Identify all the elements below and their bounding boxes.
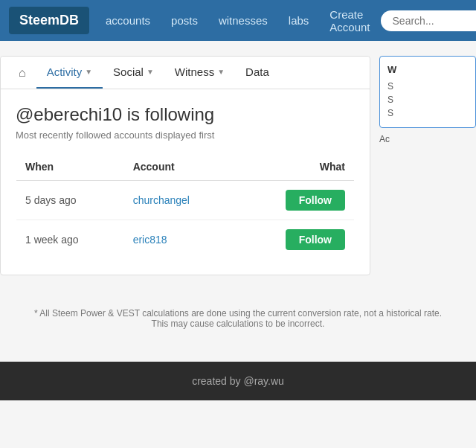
search-input[interactable]: [381, 10, 476, 31]
cell-what: Follow: [237, 181, 354, 220]
navbar-accounts[interactable]: accounts: [95, 8, 161, 33]
cell-when: 1 week ago: [16, 220, 124, 260]
right-panel-item-3: S: [387, 106, 468, 120]
follow-button[interactable]: Follow: [286, 229, 345, 250]
footer-note: * All Steem Power & VEST calculations ar…: [15, 290, 461, 347]
right-panel-bottom: Ac: [379, 134, 476, 144]
right-panel-item-2: S: [387, 93, 468, 106]
tab-witness[interactable]: Witness ▼: [164, 57, 235, 89]
tab-activity-arrow: ▼: [85, 68, 92, 76]
navbar-witnesses[interactable]: witnesses: [208, 8, 278, 33]
cell-account: eric818: [124, 220, 237, 260]
footer-credit: created by @ray.wu: [192, 375, 284, 387]
navbar-labs[interactable]: labs: [278, 8, 320, 33]
card-title: @eberechi10 is following: [16, 104, 355, 125]
tab-social-label: Social: [113, 65, 144, 78]
navbar: SteemDB accounts posts witnesses labs Cr…: [0, 0, 476, 41]
card-subtitle: Most recently followed accounts displaye…: [16, 129, 355, 141]
follow-button[interactable]: Follow: [286, 190, 345, 211]
card-body: @eberechi10 is following Most recently f…: [1, 89, 370, 275]
tab-social[interactable]: Social ▼: [103, 57, 164, 89]
tab-data[interactable]: Data: [235, 57, 280, 89]
tab-witness-arrow: ▼: [217, 68, 225, 76]
following-card: ⌂ Activity ▼ Social ▼ Witness ▼ Data @eb…: [0, 56, 370, 275]
table-row: 5 days ago churchangel Follow: [16, 181, 355, 220]
tab-home[interactable]: ⌂: [8, 57, 36, 89]
navbar-posts[interactable]: posts: [161, 8, 208, 33]
tab-activity-label: Activity: [47, 65, 83, 78]
right-card: W S S S: [379, 56, 476, 128]
cell-what: Follow: [237, 220, 354, 260]
tab-activity[interactable]: Activity ▼: [36, 57, 103, 89]
navbar-create-account[interactable]: Create Account: [319, 2, 380, 39]
cell-when: 5 days ago: [16, 181, 124, 220]
right-panel-item-1: S: [387, 80, 468, 93]
tab-data-label: Data: [245, 65, 269, 78]
account-link[interactable]: churchangel: [133, 194, 190, 206]
tab-witness-label: Witness: [175, 65, 214, 78]
right-panel-title: W: [387, 64, 468, 75]
col-what: What: [237, 153, 354, 181]
col-when: When: [16, 153, 124, 181]
tab-social-arrow: ▼: [147, 68, 154, 76]
account-link[interactable]: eric818: [133, 234, 167, 246]
footer-note-text: * All Steem Power & VEST calculations ar…: [34, 308, 442, 329]
tab-bar: ⌂ Activity ▼ Social ▼ Witness ▼ Data: [1, 57, 370, 89]
cell-account: churchangel: [124, 181, 237, 220]
col-account: Account: [124, 153, 237, 181]
follow-table: When Account What 5 days ago churchangel…: [16, 153, 355, 260]
navbar-brand[interactable]: SteemDB: [9, 7, 89, 34]
footer-bar: created by @ray.wu: [0, 362, 476, 400]
main-content: ⌂ Activity ▼ Social ▼ Witness ▼ Data @eb…: [0, 41, 476, 290]
right-panel: W S S S Ac: [379, 56, 476, 275]
table-row: 1 week ago eric818 Follow: [16, 220, 355, 260]
